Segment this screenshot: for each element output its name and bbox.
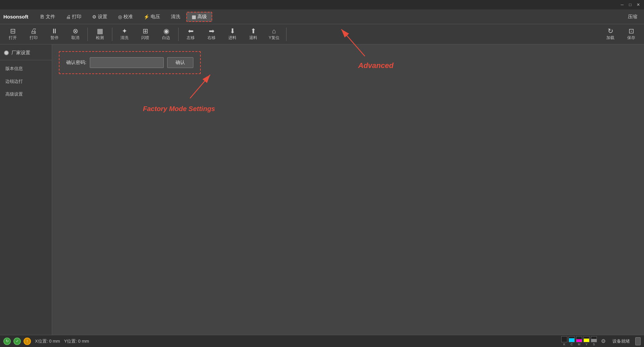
- password-input[interactable]: [90, 57, 164, 68]
- ink-fill-C: [569, 338, 574, 342]
- status-bar-end: [635, 337, 641, 345]
- password-box: 确认密码: 确认: [59, 51, 201, 74]
- sidebar-item-version[interactable]: 版本信息: [0, 62, 52, 75]
- menu-bar: Hosonsoft 🖹 文件 🖨 打印 ⚙ 设置 ◎ 校准 ⚡ 电压 清洗 ▦ …: [0, 9, 644, 24]
- feedout-icon: ⬆: [251, 28, 256, 34]
- sidebar-advanced-label: 高级设置: [5, 92, 23, 97]
- menu-clean[interactable]: 清洗: [166, 12, 185, 22]
- window-controls: ─ □ ✕: [619, 2, 641, 8]
- advanced-icon: ▦: [192, 14, 196, 20]
- x-position: X位置: 0 mm: [35, 338, 60, 344]
- toolbar-yreset[interactable]: ⌂ Y复位: [264, 25, 284, 43]
- sidebar-sharpedge-label: 边锐边打: [5, 79, 23, 84]
- status-warn-icon: !: [27, 339, 28, 343]
- toolbar-pause-label: 暂停: [50, 35, 59, 41]
- svg-line-2: [190, 75, 210, 98]
- file-icon: 🖹: [40, 14, 44, 20]
- sidebar-item-advanced[interactable]: 高级设置: [0, 88, 52, 101]
- yreset-icon: ⌂: [272, 28, 276, 34]
- ink-label-M: M: [578, 343, 580, 346]
- menu-print[interactable]: 🖨 打印: [61, 12, 86, 22]
- toolbar-clean[interactable]: ✦ 清洗: [114, 25, 135, 43]
- sidebar-title: 厂家设置: [11, 50, 30, 56]
- toolbar-flash-label: 闪喷: [141, 35, 149, 41]
- menu-advanced[interactable]: ▦ 高级: [186, 12, 212, 22]
- app-logo: Hosonsoft: [3, 14, 28, 20]
- toolbar-load[interactable]: ↻ 加载: [600, 25, 620, 43]
- ink-fill-M: [576, 339, 582, 342]
- confirm-button[interactable]: 确认: [167, 57, 193, 68]
- load-icon: ↻: [608, 28, 613, 34]
- pause-icon: ⏸: [51, 28, 58, 34]
- maximize-button[interactable]: □: [627, 2, 633, 8]
- toolbar-detect[interactable]: ▦ 检测: [90, 25, 110, 43]
- toolbar-moveright[interactable]: ➡ 右移: [201, 25, 222, 43]
- ink-bar-S: [591, 336, 597, 342]
- ink-settings-icon[interactable]: ⚙: [601, 338, 606, 344]
- status-icons: ↻ ✓ !: [3, 338, 31, 345]
- clean-icon: ✦: [122, 28, 127, 34]
- toolbar-feedin-label: 进料: [228, 35, 236, 41]
- calibrate-icon: ◎: [118, 14, 122, 20]
- toolbar-save[interactable]: ⊡ 保存: [621, 25, 641, 43]
- toolbar: ⊟ 打开 🖨 打印 ⏸ 暂停 ⊗ 取消 ▦ 检测 ✦ 清洗 ⊞ 闪喷 ◉ 白边 …: [0, 24, 644, 44]
- toolbar-feedin[interactable]: ⬇ 进料: [222, 25, 242, 43]
- menu-voltage-label: 电压: [151, 14, 160, 20]
- compress-button[interactable]: 压缩: [624, 12, 641, 21]
- open-icon: ⊟: [10, 28, 16, 34]
- menu-settings-label: 设置: [98, 14, 107, 20]
- toolbar-yreset-label: Y复位: [269, 35, 279, 41]
- menu-advanced-label: 高级: [197, 14, 207, 20]
- ink-fill-K: [562, 339, 567, 342]
- toolbar-separator-3: [178, 28, 179, 41]
- ink-label-C: C: [571, 343, 573, 346]
- toolbar-open-label: 打开: [9, 35, 17, 41]
- sidebar-dot: [4, 50, 9, 55]
- menu-settings[interactable]: ⚙ 设置: [87, 12, 112, 22]
- ink-level-K: K: [561, 336, 567, 346]
- sidebar-item-sharpedge[interactable]: 边锐边打: [0, 75, 52, 88]
- print-toolbar-icon: 🖨: [30, 28, 37, 34]
- print-icon: 🖨: [66, 14, 71, 20]
- y-position: Y位置: 0 mm: [64, 338, 89, 344]
- flash-icon: ⊞: [143, 28, 148, 34]
- settings-icon: ⚙: [92, 14, 97, 20]
- toolbar-flash[interactable]: ⊞ 闪喷: [135, 25, 155, 43]
- minimize-button[interactable]: ─: [619, 2, 625, 8]
- close-button[interactable]: ✕: [635, 2, 641, 8]
- toolbar-cancel-label: 取消: [71, 35, 79, 41]
- ink-level-Y: Y: [583, 336, 590, 346]
- ink-level-S: S: [591, 336, 597, 346]
- toolbar-moveright-label: 右移: [207, 35, 216, 41]
- toolbar-whiteedge[interactable]: ◉ 白边: [156, 25, 176, 43]
- toolbar-print[interactable]: 🖨 打印: [24, 25, 44, 43]
- menu-voltage[interactable]: ⚡ 电压: [139, 12, 165, 22]
- toolbar-moveleft[interactable]: ⬅ 左移: [181, 25, 201, 43]
- main-content: 确认密码: 确认 Advanced Factory Mode Settings: [52, 44, 644, 335]
- moveright-icon: ➡: [209, 28, 215, 34]
- toolbar-open[interactable]: ⊟ 打开: [3, 25, 23, 43]
- menu-file[interactable]: 🖹 文件: [35, 12, 60, 22]
- sidebar-version-label: 版本信息: [5, 66, 23, 71]
- ink-bar-M: [576, 336, 582, 342]
- ink-bar-C: [569, 336, 575, 342]
- factory-mode-label: Factory Mode Settings: [143, 105, 215, 113]
- toolbar-load-label: 加载: [606, 35, 614, 41]
- toolbar-whiteedge-label: 白边: [162, 35, 170, 41]
- status-check-icon: ✓: [16, 339, 19, 343]
- whiteedge-icon: ◉: [163, 28, 169, 34]
- status-icon-warn: !: [24, 338, 31, 345]
- toolbar-pause[interactable]: ⏸ 暂停: [44, 25, 65, 43]
- toolbar-separator-2: [112, 28, 112, 41]
- toolbar-clean-label: 清洗: [120, 35, 128, 41]
- ink-bar-Y: [583, 336, 590, 342]
- menu-calibrate[interactable]: ◎ 校准: [113, 12, 138, 22]
- menu-print-label: 打印: [72, 14, 81, 20]
- ink-level-C: C: [569, 336, 575, 346]
- ink-label-S: S: [593, 343, 595, 346]
- toolbar-cancel[interactable]: ⊗ 取消: [65, 25, 85, 43]
- ink-levels: K C M Y S: [561, 336, 597, 346]
- toolbar-feedout[interactable]: ⬆ 退料: [243, 25, 263, 43]
- cancel-icon: ⊗: [73, 28, 78, 34]
- voltage-icon: ⚡: [144, 14, 149, 20]
